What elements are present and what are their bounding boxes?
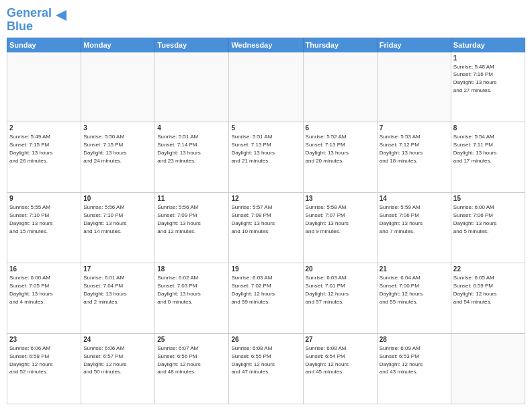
day-cell: 25Sunrise: 6:07 AM Sunset: 6:56 PM Dayli… [155,334,229,404]
logo-blue: Blue [7,19,33,33]
day-number: 7 [380,124,449,132]
day-cell: 10Sunrise: 5:56 AM Sunset: 7:10 PM Dayli… [81,193,155,263]
day-number: 9 [9,195,79,202]
day-number: 4 [157,124,226,132]
weekday-header-monday: Monday [81,38,155,52]
day-info: Sunrise: 5:51 AM Sunset: 7:13 PM Dayligh… [231,134,274,163]
day-number: 28 [380,336,449,343]
day-number: 26 [231,336,300,343]
day-info: Sunrise: 6:00 AM Sunset: 7:06 PM Dayligh… [453,204,496,234]
day-number: 23 [9,336,79,343]
day-number: 20 [306,265,375,273]
day-number: 11 [157,195,226,202]
day-number: 15 [453,195,523,202]
day-number: 21 [380,265,449,273]
day-info: Sunrise: 6:09 AM Sunset: 6:53 PM Dayligh… [380,345,423,375]
day-cell: 3Sunrise: 5:50 AM Sunset: 7:15 PM Daylig… [81,122,155,193]
day-cell: 21Sunrise: 6:04 AM Sunset: 7:00 PM Dayli… [377,263,451,334]
logo-text: General Blue [7,7,52,34]
weekday-header-row: SundayMondayTuesdayWednesdayThursdayFrid… [7,38,525,52]
day-cell: 15Sunrise: 6:00 AM Sunset: 7:06 PM Dayli… [451,193,525,263]
day-number: 3 [83,124,152,132]
day-cell: 9Sunrise: 5:55 AM Sunset: 7:10 PM Daylig… [7,193,81,263]
day-cell: 17Sunrise: 6:01 AM Sunset: 7:04 PM Dayli… [81,263,155,334]
day-info: Sunrise: 5:54 AM Sunset: 7:11 PM Dayligh… [453,134,496,163]
day-cell: 1Sunrise: 5:48 AM Sunset: 7:16 PM Daylig… [451,52,525,122]
day-number: 6 [306,124,375,132]
day-number: 16 [9,265,79,273]
day-info: Sunrise: 5:51 AM Sunset: 7:14 PM Dayligh… [157,134,200,163]
day-cell: 5Sunrise: 5:51 AM Sunset: 7:13 PM Daylig… [229,122,303,193]
day-cell: 18Sunrise: 6:02 AM Sunset: 7:03 PM Dayli… [155,263,229,334]
week-row-4: 23Sunrise: 6:06 AM Sunset: 6:58 PM Dayli… [7,334,525,404]
day-cell: 14Sunrise: 5:59 AM Sunset: 7:06 PM Dayli… [377,193,451,263]
day-cell [7,52,81,122]
week-row-0: 1Sunrise: 5:48 AM Sunset: 7:16 PM Daylig… [7,52,525,122]
day-cell [377,52,451,122]
day-info: Sunrise: 6:00 AM Sunset: 7:05 PM Dayligh… [9,275,52,304]
day-info: Sunrise: 6:04 AM Sunset: 7:00 PM Dayligh… [380,275,423,304]
day-number: 12 [231,195,300,202]
day-number: 5 [231,124,300,132]
day-number: 27 [306,336,375,343]
day-info: Sunrise: 6:08 AM Sunset: 6:54 PM Dayligh… [306,345,349,375]
day-cell: 11Sunrise: 5:56 AM Sunset: 7:09 PM Dayli… [155,193,229,263]
day-info: Sunrise: 6:03 AM Sunset: 7:02 PM Dayligh… [231,275,274,304]
day-number: 13 [306,195,375,202]
day-info: Sunrise: 6:08 AM Sunset: 6:55 PM Dayligh… [231,345,274,375]
day-cell [303,52,377,122]
day-cell: 26Sunrise: 6:08 AM Sunset: 6:55 PM Dayli… [229,334,303,404]
day-cell: 12Sunrise: 5:57 AM Sunset: 7:08 PM Dayli… [229,193,303,263]
day-cell: 13Sunrise: 5:58 AM Sunset: 7:07 PM Dayli… [303,193,377,263]
day-info: Sunrise: 5:56 AM Sunset: 7:09 PM Dayligh… [157,204,200,234]
day-info: Sunrise: 6:03 AM Sunset: 7:01 PM Dayligh… [306,275,349,304]
weekday-header-wednesday: Wednesday [229,38,303,52]
day-cell: 28Sunrise: 6:09 AM Sunset: 6:53 PM Dayli… [377,334,451,404]
day-cell: 4Sunrise: 5:51 AM Sunset: 7:14 PM Daylig… [155,122,229,193]
day-cell: 19Sunrise: 6:03 AM Sunset: 7:02 PM Dayli… [229,263,303,334]
day-number: 25 [157,336,226,343]
day-number: 24 [83,336,152,343]
day-number: 2 [9,124,79,132]
day-info: Sunrise: 6:02 AM Sunset: 7:03 PM Dayligh… [157,275,200,304]
day-cell: 27Sunrise: 6:08 AM Sunset: 6:54 PM Dayli… [303,334,377,404]
day-number: 19 [231,265,300,273]
logo-icon [54,9,68,25]
day-cell [81,52,155,122]
week-row-3: 16Sunrise: 6:00 AM Sunset: 7:05 PM Dayli… [7,263,525,334]
day-number: 1 [453,54,523,62]
day-cell: 16Sunrise: 6:00 AM Sunset: 7:05 PM Dayli… [7,263,81,334]
weekday-header-sunday: Sunday [7,38,81,52]
header: General Blue [7,7,525,34]
day-info: Sunrise: 6:06 AM Sunset: 6:57 PM Dayligh… [83,345,126,375]
day-number: 17 [83,265,152,273]
day-cell: 24Sunrise: 6:06 AM Sunset: 6:57 PM Dayli… [81,334,155,404]
day-info: Sunrise: 5:53 AM Sunset: 7:12 PM Dayligh… [380,134,423,163]
day-number: 18 [157,265,226,273]
day-info: Sunrise: 5:50 AM Sunset: 7:15 PM Dayligh… [83,134,126,163]
day-number: 22 [453,265,523,273]
page: General Blue SundayMondayTuesdayWednesda… [0,0,532,411]
weekday-header-saturday: Saturday [451,38,525,52]
day-cell: 6Sunrise: 5:52 AM Sunset: 7:13 PM Daylig… [303,122,377,193]
day-info: Sunrise: 5:57 AM Sunset: 7:08 PM Dayligh… [231,204,274,234]
day-cell: 23Sunrise: 6:06 AM Sunset: 6:58 PM Dayli… [7,334,81,404]
weekday-header-friday: Friday [377,38,451,52]
day-cell: 20Sunrise: 6:03 AM Sunset: 7:01 PM Dayli… [303,263,377,334]
day-info: Sunrise: 6:06 AM Sunset: 6:58 PM Dayligh… [9,345,52,375]
day-cell [229,52,303,122]
day-info: Sunrise: 5:55 AM Sunset: 7:10 PM Dayligh… [9,204,52,234]
day-cell [451,334,525,404]
svg-marker-0 [56,10,66,21]
weekday-header-tuesday: Tuesday [155,38,229,52]
day-cell: 7Sunrise: 5:53 AM Sunset: 7:12 PM Daylig… [377,122,451,193]
calendar-table: SundayMondayTuesdayWednesdayThursdayFrid… [7,38,525,404]
weekday-header-thursday: Thursday [303,38,377,52]
week-row-2: 9Sunrise: 5:55 AM Sunset: 7:10 PM Daylig… [7,193,525,263]
day-cell: 8Sunrise: 5:54 AM Sunset: 7:11 PM Daylig… [451,122,525,193]
day-info: Sunrise: 6:05 AM Sunset: 6:59 PM Dayligh… [453,275,496,304]
day-info: Sunrise: 5:56 AM Sunset: 7:10 PM Dayligh… [83,204,126,234]
day-number: 8 [453,124,523,132]
week-row-1: 2Sunrise: 5:49 AM Sunset: 7:15 PM Daylig… [7,122,525,193]
day-info: Sunrise: 6:07 AM Sunset: 6:56 PM Dayligh… [157,345,200,375]
